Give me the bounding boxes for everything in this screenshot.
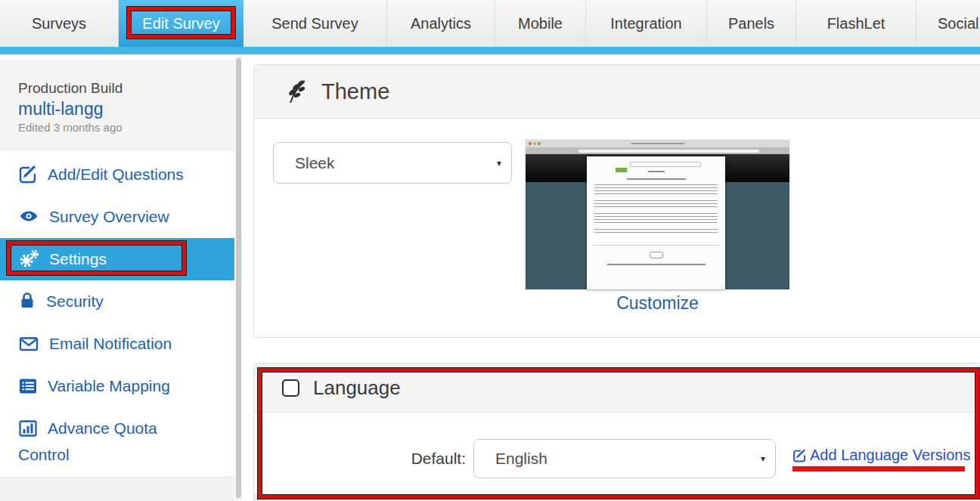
sidebar-item-label: Variable Mapping xyxy=(48,377,170,394)
sidebar-item-label: Email Notification xyxy=(49,335,172,352)
sidebar-item-add-edit-questions[interactable]: Add/Edit Questions xyxy=(0,153,234,196)
sidebar-item-advance-quota-control[interactable]: Advance Quota Control xyxy=(0,407,234,475)
sidebar-item-settings[interactable]: Settings xyxy=(0,238,234,280)
bar-chart-icon xyxy=(18,419,38,438)
customize-link[interactable]: Customize xyxy=(526,293,789,314)
default-language-label: Default: xyxy=(383,439,466,478)
build-label: Production Build xyxy=(18,80,234,97)
preview-paragraph xyxy=(594,184,718,196)
chevron-down-icon: ▾ xyxy=(497,158,501,169)
nav-tab-label: Surveys xyxy=(32,15,86,32)
sidebar-item-survey-overview[interactable]: Survey Overview xyxy=(0,196,234,238)
chevron-down-icon: ▾ xyxy=(761,453,765,464)
top-nav: Surveys Edit Survey Send Survey Analytic… xyxy=(0,0,980,47)
preview-text-line xyxy=(648,171,665,172)
survey-name: multi-langg xyxy=(18,99,234,119)
app-window: Surveys Edit Survey Send Survey Analytic… xyxy=(0,0,980,501)
sidebar: Production Build multi-langg Edited 3 mo… xyxy=(0,54,234,501)
sidebar-item-variable-mapping[interactable]: Variable Mapping xyxy=(0,365,234,407)
nav-tab-label: Social xyxy=(938,15,978,32)
nav-tab-label: FlashLet xyxy=(827,15,885,32)
edit-icon xyxy=(792,448,807,462)
envelope-icon xyxy=(18,335,39,353)
mac-minimize-dot xyxy=(533,142,536,145)
sidebar-menu: Add/Edit Questions Survey Overview Setti… xyxy=(0,153,234,501)
preview-paragraph xyxy=(594,200,718,209)
preview-paragraph xyxy=(594,213,718,224)
nav-tab-label: Integration xyxy=(610,15,682,32)
sidebar-footer-row: Logo/Multimedia xyxy=(0,478,234,501)
nav-accent-strip xyxy=(0,47,980,54)
mac-zoom-dot xyxy=(538,142,541,145)
language-panel-title: Language xyxy=(313,376,401,400)
nav-tab-label: Panels xyxy=(728,15,774,32)
language-select-value: English xyxy=(495,440,547,478)
lock-icon xyxy=(18,291,36,311)
language-panel-header: Language xyxy=(254,363,980,413)
nav-tab-edit-survey[interactable]: Edit Survey xyxy=(119,0,243,47)
theme-select-value: Sleek xyxy=(295,143,335,183)
preview-browser-chrome xyxy=(526,140,789,147)
sidebar-item-label: Survey Overview xyxy=(49,208,169,225)
language-panel-footer xyxy=(254,494,980,501)
nav-tab-analytics[interactable]: Analytics xyxy=(387,0,495,47)
sidebar-item-label: Security xyxy=(46,292,104,310)
nav-tab-integration[interactable]: Integration xyxy=(586,0,707,47)
sidebar-item-label: Advance Quota Control xyxy=(18,419,157,463)
edit-icon xyxy=(18,164,38,184)
scrollbar-thumb[interactable] xyxy=(236,58,241,498)
preview-divider xyxy=(593,245,719,246)
main-content: Theme Sleek ▾ xyxy=(253,54,980,501)
preview-survey-page xyxy=(587,156,725,289)
mac-close-dot xyxy=(529,142,532,145)
theme-panel-header: Theme xyxy=(254,65,980,119)
nav-tab-surveys[interactable]: Surveys xyxy=(0,0,119,47)
default-language-select[interactable]: English ▾ xyxy=(473,439,776,478)
preview-logo xyxy=(616,168,627,172)
nav-tab-social[interactable]: Social xyxy=(916,0,980,47)
theme-select[interactable]: Sleek ▾ xyxy=(273,142,512,184)
sidebar-item-logo-multimedia[interactable]: Logo/Multimedia xyxy=(0,491,234,501)
preview-window-title-line xyxy=(631,143,684,144)
nav-tab-mobile[interactable]: Mobile xyxy=(495,0,586,47)
language-checkbox[interactable] xyxy=(282,379,299,397)
nav-tab-flashlet[interactable]: FlashLet xyxy=(796,0,916,47)
leaf-icon xyxy=(286,79,309,104)
gears-icon xyxy=(18,249,39,268)
sidebar-item-label: Settings xyxy=(49,250,107,268)
preview-footer-line xyxy=(607,264,706,265)
nav-tab-send-survey[interactable]: Send Survey xyxy=(243,0,387,47)
language-panel: Language Default: English ▾ Add Language… xyxy=(253,363,980,501)
preview-header-box xyxy=(630,162,701,167)
nav-tab-label: Mobile xyxy=(518,15,563,32)
sidebar-item-security[interactable]: Security xyxy=(0,280,234,323)
sidebar-item-label: Add/Edit Questions xyxy=(48,165,184,183)
nav-tab-label: Edit Survey xyxy=(142,15,219,32)
survey-info-card: Production Build multi-langg Edited 3 mo… xyxy=(0,60,234,151)
theme-panel-title: Theme xyxy=(321,79,389,104)
preview-title-line xyxy=(627,178,686,180)
eye-icon xyxy=(18,206,39,226)
preview-page-background xyxy=(526,182,789,289)
theme-panel: Theme Sleek ▾ xyxy=(253,64,980,338)
preview-browser-toolbar xyxy=(526,147,789,154)
preview-paragraph xyxy=(594,229,718,234)
preview-button xyxy=(650,252,663,258)
sidebar-scrollbar[interactable] xyxy=(235,54,242,501)
preview-address-bar xyxy=(578,150,759,153)
edited-timestamp: Edited 3 months ago xyxy=(18,121,234,134)
nav-tab-panels[interactable]: Panels xyxy=(707,0,796,47)
nav-tab-label: Send Survey xyxy=(271,15,358,32)
add-language-versions-link[interactable]: Add Language Versions xyxy=(792,447,970,464)
theme-preview-image[interactable] xyxy=(526,140,789,289)
sidebar-item-email-notification[interactable]: Email Notification xyxy=(0,323,234,365)
list-icon xyxy=(18,377,38,395)
nav-tab-label: Analytics xyxy=(411,15,471,32)
add-language-versions-label: Add Language Versions xyxy=(810,447,970,464)
